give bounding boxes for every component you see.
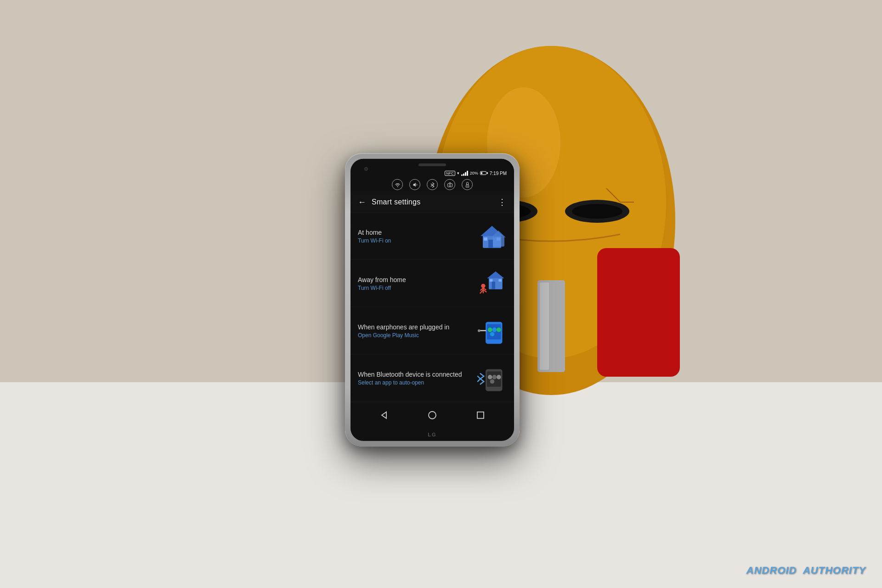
watermark-prefix: ANDROID <box>746 565 797 576</box>
svg-point-16 <box>449 184 451 186</box>
front-camera <box>364 167 368 171</box>
setting-text-away: Away from home Turn Wi-Fi off <box>358 276 472 291</box>
header-left: ← Smart settings <box>358 197 420 207</box>
bluetooth-device-icon <box>477 363 507 393</box>
back-button[interactable]: ← <box>358 197 366 207</box>
svg-point-42 <box>490 332 495 336</box>
svg-rect-7 <box>540 283 549 370</box>
setting-subtitle-at-home: Turn Wi-Fi on <box>358 237 472 244</box>
wifi-signal-icon: ▾ <box>457 171 459 175</box>
setting-item-earphones[interactable]: When earphones are plugged in Open Googl… <box>351 308 514 355</box>
setting-subtitle-earphones: Open Google Play Music <box>358 332 472 339</box>
nfc-badge: NFC <box>445 170 455 175</box>
volume-notif-icon <box>409 179 420 190</box>
status-bar: NFC ▾ 20% 7:19 PM <box>351 169 514 178</box>
wifi-notif-icon <box>392 179 403 190</box>
svg-rect-30 <box>498 279 502 282</box>
svg-marker-27 <box>487 271 504 278</box>
svg-rect-29 <box>490 279 493 282</box>
away-icon <box>477 269 507 299</box>
svg-point-52 <box>429 412 436 419</box>
speaker <box>418 164 446 166</box>
svg-rect-28 <box>492 282 495 289</box>
setting-text-earphones: When earphones are plugged in Open Googl… <box>358 323 472 339</box>
recents-nav-button[interactable] <box>474 409 487 422</box>
svg-line-14 <box>416 185 417 186</box>
phone-screen: NFC ▾ 20% 7:19 PM <box>351 159 514 441</box>
svg-rect-5 <box>597 248 680 377</box>
back-nav-button[interactable] <box>378 409 390 422</box>
bottom-bezel: LG <box>351 428 514 441</box>
battery-percent: 20% <box>470 171 478 175</box>
settings-list: At home Turn Wi-Fi on <box>351 213 514 402</box>
bluetooth-notif-icon <box>427 179 438 190</box>
phone: NFC ▾ 20% 7:19 PM <box>345 153 520 447</box>
setting-subtitle-away: Turn Wi-Fi off <box>358 285 472 291</box>
battery-icon <box>480 171 488 175</box>
setting-title-bluetooth: When Bluetooth device is connected <box>358 371 472 378</box>
setting-item-bluetooth[interactable]: When Bluetooth device is connected Selec… <box>351 355 514 402</box>
earphone-icon <box>477 316 507 346</box>
svg-point-40 <box>492 328 497 332</box>
svg-point-49 <box>497 375 501 379</box>
phone-outer: NFC ▾ 20% 7:19 PM <box>345 153 520 447</box>
svg-rect-21 <box>488 240 493 248</box>
svg-point-47 <box>488 375 492 379</box>
setting-title-away: Away from home <box>358 276 472 283</box>
svg-rect-22 <box>484 237 487 241</box>
notification-icon-bar <box>351 178 514 192</box>
svg-rect-24 <box>493 237 504 247</box>
svg-point-31 <box>481 284 485 288</box>
page-title: Smart settings <box>372 198 420 206</box>
top-bezel <box>351 159 514 169</box>
more-options-button[interactable]: ⋮ <box>498 197 507 207</box>
svg-point-11 <box>572 204 622 219</box>
svg-point-44 <box>478 329 481 332</box>
svg-rect-17 <box>466 182 468 185</box>
svg-point-41 <box>497 328 501 332</box>
setting-title-earphones: When earphones are plugged in <box>358 323 472 331</box>
bottom-nav <box>351 402 514 428</box>
watermark: ANDROID AUTHORITY <box>746 565 866 577</box>
setting-item-at-home[interactable]: At home Turn Wi-Fi on <box>351 213 514 260</box>
svg-marker-12 <box>413 182 415 187</box>
svg-marker-51 <box>382 412 386 418</box>
setting-text-bluetooth: When Bluetooth device is connected Selec… <box>358 371 472 386</box>
camera-notif-icon <box>444 179 455 190</box>
home-nav-button[interactable] <box>426 409 439 422</box>
clock: 7:19 PM <box>490 170 507 175</box>
setting-text-at-home: At home Turn Wi-Fi on <box>358 229 472 244</box>
signal-bars <box>461 170 468 176</box>
lg-brand-logo: LG <box>428 432 436 437</box>
setting-subtitle-bluetooth: Select an app to auto-open <box>358 379 472 386</box>
svg-point-48 <box>492 375 497 379</box>
setting-title-at-home: At home <box>358 229 472 236</box>
setting-item-away-from-home[interactable]: Away from home Turn Wi-Fi off <box>351 260 514 307</box>
svg-rect-53 <box>477 412 484 418</box>
svg-line-13 <box>416 184 417 185</box>
watermark-suffix: AUTHORITY <box>803 565 866 576</box>
svg-point-50 <box>490 379 495 384</box>
app-header: ← Smart settings ⋮ <box>351 192 514 213</box>
svg-point-39 <box>488 328 492 332</box>
at-home-icon <box>477 221 507 251</box>
status-right-icons: NFC ▾ 20% 7:19 PM <box>445 170 507 176</box>
flashlight-notif-icon <box>462 179 473 190</box>
